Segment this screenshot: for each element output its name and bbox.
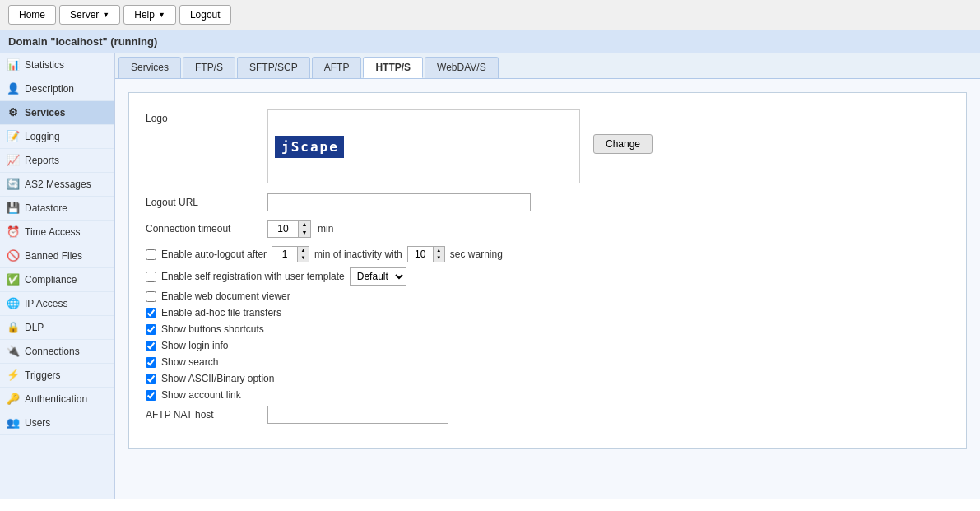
show-ascii-binary-checkbox[interactable] — [146, 374, 156, 384]
aftp-nat-host-row: AFTP NAT host — [146, 406, 950, 424]
home-button[interactable]: Home — [8, 5, 56, 25]
show-search-checkbox[interactable] — [146, 357, 156, 368]
show-account-link-label: Show account link — [161, 389, 241, 401]
tab-https[interactable]: HTTP/S — [363, 57, 423, 78]
statistics-icon: 📊 — [7, 58, 20, 72]
sidebar-item-reports[interactable]: 📈 Reports — [0, 149, 114, 173]
show-ascii-binary-label: Show ASCII/Binary option — [161, 373, 274, 384]
aftp-nat-host-input[interactable] — [267, 406, 448, 424]
logout-url-label: Logout URL — [146, 197, 261, 208]
help-button[interactable]: Help ▼ — [123, 5, 176, 25]
connection-timeout-value[interactable] — [268, 221, 298, 236]
as2messages-icon: 🔄 — [7, 178, 20, 191]
sidebar-item-statistics[interactable]: 📊 Statistics — [0, 53, 114, 77]
connection-timeout-down-button[interactable]: ▼ — [299, 229, 310, 237]
authentication-icon: 🔑 — [7, 393, 20, 406]
tab-aftp[interactable]: AFTP — [312, 57, 362, 78]
sidebar-item-timeaccess[interactable]: ⏰ Time Access — [0, 221, 114, 244]
triggers-icon: ⚡ — [7, 369, 20, 382]
tab-ftps[interactable]: FTP/S — [183, 57, 235, 78]
web-doc-viewer-label: Enable web document viewer — [161, 290, 290, 302]
enable-auto-logout-checkbox[interactable] — [146, 249, 156, 260]
enable-web-doc-viewer-checkbox[interactable] — [146, 291, 156, 302]
auto-logout-sec-unit: sec warning — [450, 249, 503, 260]
compliance-icon: ✅ — [7, 273, 20, 286]
tab-webdavs[interactable]: WebDAV/S — [425, 57, 499, 78]
description-icon: 👤 — [7, 82, 20, 95]
auto-logout-min-value[interactable] — [272, 247, 297, 262]
logout-url-input[interactable] — [267, 193, 531, 211]
connection-timeout-unit: min — [318, 223, 333, 235]
sidebar: 📊 Statistics 👤 Description ⚙ Services 📝 … — [0, 53, 115, 499]
show-buttons-shortcuts-checkbox[interactable] — [146, 324, 156, 335]
auto-logout-sec-up[interactable]: ▲ — [433, 247, 444, 254]
auto-logout-min-down[interactable]: ▼ — [297, 254, 309, 262]
sidebar-item-ipaccess[interactable]: 🌐 IP Access — [0, 292, 114, 316]
sidebar-item-dlp[interactable]: 🔒 DLP — [0, 316, 114, 340]
services-icon: ⚙ — [7, 106, 20, 119]
server-button[interactable]: Server ▼ — [59, 5, 120, 25]
bannedfiles-icon: 🚫 — [7, 249, 20, 262]
sidebar-item-label: Triggers — [25, 369, 61, 381]
domain-header: Domain "localhost" (running) — [0, 30, 980, 53]
sidebar-item-label: Reports — [25, 155, 59, 166]
sidebar-item-bannedfiles[interactable]: 🚫 Banned Files — [0, 244, 114, 268]
sidebar-item-compliance[interactable]: ✅ Compliance — [0, 268, 114, 292]
content-area: Services FTP/S SFTP/SCP AFTP HTTP/S WebD… — [115, 53, 980, 499]
sidebar-item-label: AS2 Messages — [25, 179, 91, 190]
change-logo-button[interactable]: Change — [593, 134, 653, 154]
show-login-info-row: Show login info — [146, 340, 950, 351]
adhoc-row: Enable ad-hoc file transfers — [146, 307, 950, 318]
adhoc-label: Enable ad-hoc file transfers — [161, 307, 281, 318]
show-buttons-shortcuts-label: Show buttons shortcuts — [161, 323, 264, 335]
sidebar-item-logging[interactable]: 📝 Logging — [0, 125, 114, 149]
self-reg-row: Enable self registration with user templ… — [146, 267, 950, 286]
datastore-icon: 💾 — [7, 202, 20, 215]
server-dropdown-arrow: ▼ — [102, 11, 109, 19]
show-search-row: Show search — [146, 356, 950, 368]
tab-services[interactable]: Services — [118, 57, 181, 78]
sidebar-item-datastore[interactable]: 💾 Datastore — [0, 197, 114, 221]
sidebar-item-label: Logging — [25, 131, 60, 142]
show-search-label: Show search — [161, 356, 218, 368]
auto-logout-mid-text: min of inactivity with — [314, 249, 402, 260]
main-layout: 📊 Statistics 👤 Description ⚙ Services 📝 … — [0, 53, 980, 499]
enable-self-reg-checkbox[interactable] — [146, 272, 156, 282]
show-account-link-checkbox[interactable] — [146, 390, 156, 401]
sidebar-item-services[interactable]: ⚙ Services — [0, 101, 114, 125]
sidebar-item-label: Compliance — [25, 274, 77, 286]
sidebar-item-label: IP Access — [25, 298, 67, 309]
auto-logout-sec-down[interactable]: ▼ — [433, 254, 444, 262]
connection-timeout-spinner: ▲ ▼ — [267, 220, 311, 238]
sidebar-item-as2messages[interactable]: 🔄 AS2 Messages — [0, 173, 114, 197]
tab-sftp[interactable]: SFTP/SCP — [237, 57, 310, 78]
sidebar-item-users[interactable]: 👥 Users — [0, 411, 114, 435]
auto-logout-min-spinner: ▲ ▼ — [272, 246, 309, 262]
show-login-info-checkbox[interactable] — [146, 341, 156, 351]
ipaccess-icon: 🌐 — [7, 297, 20, 310]
sidebar-item-description[interactable]: 👤 Description — [0, 77, 114, 101]
logout-button[interactable]: Logout — [179, 5, 231, 25]
auto-logout-sec-value[interactable] — [408, 247, 433, 262]
show-login-info-label: Show login info — [161, 340, 228, 351]
panel-inner: Logo j S c a p e — [128, 92, 967, 449]
logo-box: j S c a p e — [267, 109, 580, 183]
connection-timeout-up-button[interactable]: ▲ — [299, 221, 310, 229]
enable-adhoc-checkbox[interactable] — [146, 308, 156, 318]
sidebar-item-connections[interactable]: 🔌 Connections — [0, 340, 114, 364]
sidebar-item-authentication[interactable]: 🔑 Authentication — [0, 388, 114, 411]
sidebar-item-triggers[interactable]: ⚡ Triggers — [0, 364, 114, 388]
auto-logout-min-up[interactable]: ▲ — [297, 247, 309, 254]
top-nav: Home Server ▼ Help ▼ Logout — [0, 0, 980, 30]
users-icon: 👥 — [7, 416, 20, 430]
sidebar-item-label: DLP — [25, 322, 44, 333]
logo-area: Logo j S c a p e — [146, 109, 950, 183]
auto-logout-sec-buttons: ▲ ▼ — [433, 247, 444, 262]
sidebar-item-label: Description — [25, 83, 74, 95]
self-reg-label: Enable self registration with user templ… — [161, 271, 345, 282]
self-reg-template-select[interactable]: Default — [350, 267, 406, 286]
sidebar-item-label: Datastore — [25, 202, 67, 214]
auto-logout-sec-spinner: ▲ ▼ — [407, 246, 445, 262]
timeaccess-icon: ⏰ — [7, 225, 20, 239]
sidebar-item-label: Banned Files — [25, 250, 82, 262]
